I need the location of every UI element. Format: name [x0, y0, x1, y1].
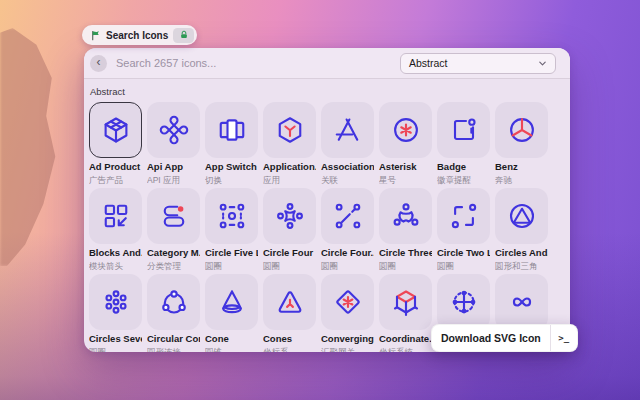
icon-cell-blocks-and-arrows: Blocks And...模块箭头 [89, 188, 142, 272]
icon-label: Application... [263, 161, 316, 173]
icon-sublabel: 坐标系 [263, 346, 316, 352]
circle-five-line-icon [217, 201, 247, 231]
icon-label: Api App [147, 161, 200, 173]
icon-cell-ad-product: Ad Product广告产品 [89, 102, 142, 186]
icon-tile-association[interactable] [321, 102, 374, 158]
icon-cell-app-switch: App Switch切换 [205, 102, 258, 186]
icon-tile-api-app[interactable] [147, 102, 200, 158]
blocks-and-arrows-icon [101, 201, 131, 231]
icon-sublabel: 圆圈 [89, 346, 142, 352]
icon-sublabel: 模块箭头 [89, 260, 142, 272]
icon-tile-asterisk[interactable] [379, 102, 432, 158]
icon-tile-ad-product[interactable] [89, 102, 142, 158]
circles-seven-icon [101, 287, 131, 317]
lock-icon [179, 30, 189, 40]
icon-sublabel: 圆形和三角 [495, 260, 548, 272]
icon-sublabel: 圆形连接 [147, 346, 200, 352]
icon-tile-coordinate-system[interactable] [379, 274, 432, 330]
icon-tile-circle-five-line[interactable] [205, 188, 258, 244]
category-dropdown[interactable]: Abstract [400, 53, 556, 74]
download-tooltip-label: Download SVG Icon [432, 332, 550, 344]
back-button[interactable]: ‹ [90, 55, 107, 72]
icon-tile-circle-two-line[interactable] [437, 188, 490, 244]
icon-tile-converging-gateway[interactable] [321, 274, 374, 330]
icon-sublabel: 圆圈 [321, 260, 374, 272]
ad-product-icon [101, 115, 131, 145]
icon-sublabel: 应用 [263, 174, 316, 186]
mobius-ring-icon [507, 287, 537, 317]
icon-tile-blocks-and-arrows[interactable] [89, 188, 142, 244]
icon-sublabel: 星号 [379, 174, 432, 186]
panel-header: ‹ Abstract [84, 48, 570, 79]
section-title: Abstract [90, 86, 570, 97]
icon-grid: Ad Product广告产品Api AppAPI 应用App Switch切换A… [84, 102, 570, 352]
icon-tile-circle-four-line[interactable] [321, 188, 374, 244]
icon-label: Cones [263, 333, 316, 345]
asterisk-icon [391, 115, 421, 145]
pill-label: Search Icons [106, 30, 168, 41]
category-dropdown-value: Abstract [409, 57, 538, 69]
icon-cell-cones: Cones坐标系 [263, 274, 316, 352]
icon-sublabel: 圆圈 [379, 260, 432, 272]
benz-icon [507, 115, 537, 145]
cones-icon [275, 287, 305, 317]
circles-and-triangles-icon [507, 201, 537, 231]
converging-gateway-icon [333, 287, 363, 317]
icon-label: Circle Three [379, 247, 432, 259]
icon-cell-circle-two-line: Circle Two L...圆圈 [437, 188, 490, 272]
icon-label: Ad Product [89, 161, 142, 173]
icon-tile-application[interactable] [263, 102, 316, 158]
icon-label: Benz [495, 161, 548, 173]
icon-label: App Switch [205, 161, 258, 173]
icon-sublabel: 圆圈 [205, 260, 258, 272]
icon-tile-mobius-ring[interactable] [495, 274, 548, 330]
icon-tile-circles-seven[interactable] [89, 274, 142, 330]
icon-label: Asterisk [379, 161, 432, 173]
icon-tile-cross-ring[interactable] [437, 274, 490, 330]
icon-cell-circle-four-line: Circle Four...圆圈 [321, 188, 374, 272]
icon-cell-circle-four: Circle Four圆圈 [263, 188, 316, 272]
terminal-icon[interactable]: >_ [550, 325, 577, 351]
search-input[interactable] [114, 56, 348, 70]
download-tooltip[interactable]: Download SVG Icon >_ [431, 324, 578, 352]
icon-sublabel: 分类管理 [147, 260, 200, 272]
app-switch-icon [217, 115, 247, 145]
icon-cell-circles-and-triangles: Circles And...圆形和三角 [495, 188, 548, 272]
icon-label: Circle Two L... [437, 247, 490, 259]
icon-cell-coordinate-system: Coordinate...坐标系统 [379, 274, 432, 352]
icon-tile-circle-four[interactable] [263, 188, 316, 244]
icon-tile-category-management[interactable] [147, 188, 200, 244]
icon-tile-cone[interactable] [205, 274, 258, 330]
cone-icon [217, 287, 247, 317]
application-icon [275, 115, 305, 145]
icon-label: Badge [437, 161, 490, 173]
icon-sublabel: 汇聚网关 [321, 346, 374, 352]
icon-label: Blocks And... [89, 247, 142, 259]
icon-tile-app-switch[interactable] [205, 102, 258, 158]
icon-cell-cone: Cone圆锥 [205, 274, 258, 352]
association-icon [333, 115, 363, 145]
icon-tile-circle-three[interactable] [379, 188, 432, 244]
badge-icon [449, 115, 479, 145]
desktop-background: Search Icons ‹ Abstract Abstract Ad [0, 0, 640, 400]
icon-cell-association: Association关联 [321, 102, 374, 186]
chevron-down-icon [538, 59, 547, 68]
icon-cell-benz: Benz奔驰 [495, 102, 548, 186]
lock-chip[interactable] [173, 28, 194, 43]
icon-tile-circular-connection[interactable] [147, 274, 200, 330]
icon-tile-badge[interactable] [437, 102, 490, 158]
icon-tile-benz[interactable] [495, 102, 548, 158]
icon-label: Converging... [321, 333, 374, 345]
search-icons-pill[interactable]: Search Icons [82, 25, 197, 45]
circle-four-icon [275, 201, 305, 231]
circle-four-line-icon [333, 201, 363, 231]
icon-label: Association [321, 161, 374, 173]
icon-sublabel: 奔驰 [495, 174, 548, 186]
icon-cell-asterisk: Asterisk星号 [379, 102, 432, 186]
icon-sublabel: 徽章提醒 [437, 174, 490, 186]
icon-tile-circles-and-triangles[interactable] [495, 188, 548, 244]
icon-sublabel: 圆圈 [437, 260, 490, 272]
panel-body: Abstract Ad Product广告产品Api AppAPI 应用App … [84, 86, 570, 352]
icon-tile-cones[interactable] [263, 274, 316, 330]
icon-search-panel: ‹ Abstract Abstract Ad Product广告产品Api Ap… [84, 48, 570, 352]
